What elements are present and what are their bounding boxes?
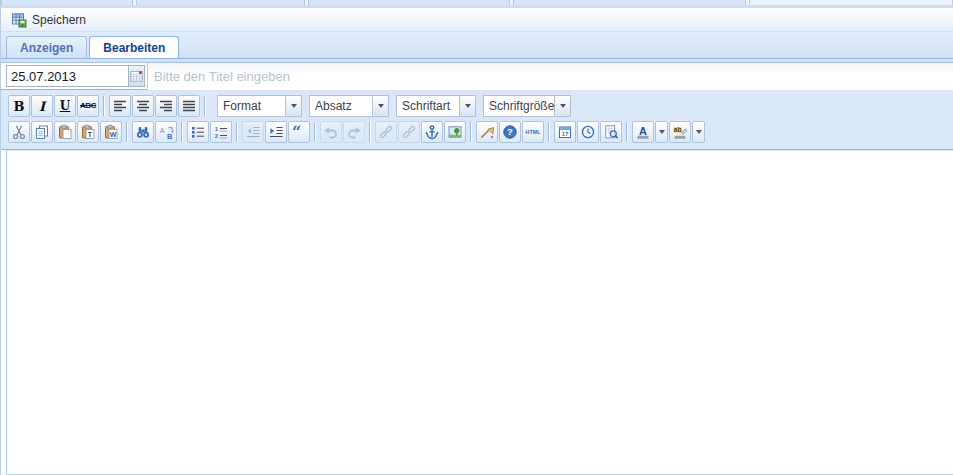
replace-button[interactable]: AB bbox=[155, 121, 177, 143]
find-button[interactable] bbox=[132, 121, 154, 143]
calendar-icon bbox=[129, 68, 144, 84]
help-button[interactable]: ? bbox=[499, 121, 521, 143]
preview-button[interactable] bbox=[600, 121, 622, 143]
svg-text:T: T bbox=[88, 131, 93, 138]
unlink-icon bbox=[401, 124, 417, 140]
insert-date-button[interactable]: 17 bbox=[554, 121, 576, 143]
align-center-button[interactable] bbox=[132, 95, 154, 117]
chevron-down-icon bbox=[659, 130, 665, 134]
cleanup-button[interactable] bbox=[476, 121, 498, 143]
toolbar-separator bbox=[314, 122, 316, 142]
image-icon bbox=[447, 124, 463, 140]
highlight-color-button[interactable]: ab bbox=[669, 121, 691, 143]
editor-content-area[interactable] bbox=[6, 150, 953, 475]
editor-toolbar: BIUABC Format Absatz Schriftart Schriftg… bbox=[1, 90, 953, 150]
paste-button[interactable] bbox=[54, 121, 76, 143]
align-justify-icon bbox=[181, 98, 197, 114]
italic-button[interactable]: I bbox=[31, 95, 53, 117]
chevron-down-icon[interactable] bbox=[286, 95, 302, 117]
paragraph-select[interactable]: Absatz bbox=[309, 95, 389, 117]
format-select-value: Format bbox=[217, 95, 286, 117]
redo-button bbox=[343, 121, 365, 143]
toolbar-row-formatting: BIUABC Format Absatz Schriftart Schriftg… bbox=[8, 93, 949, 119]
toolbar-separator bbox=[204, 96, 206, 116]
save-button[interactable]: Speichern bbox=[5, 10, 92, 30]
preview-icon bbox=[603, 124, 619, 140]
toolbar-separator bbox=[626, 122, 628, 142]
html-button[interactable]: HTML bbox=[522, 121, 544, 143]
format-select[interactable]: Format bbox=[217, 95, 302, 117]
title-input[interactable] bbox=[147, 63, 953, 90]
text-color-dropdown-arrow[interactable] bbox=[655, 121, 668, 143]
html-icon: HTML bbox=[525, 124, 541, 140]
font-size-select[interactable]: Schriftgröße bbox=[483, 95, 571, 117]
cleanup-icon bbox=[479, 124, 495, 140]
svg-text:A: A bbox=[639, 125, 647, 137]
help-icon: ? bbox=[502, 124, 518, 140]
align-right-icon bbox=[158, 98, 174, 114]
outdent-icon bbox=[245, 124, 261, 140]
svg-text:1: 1 bbox=[215, 126, 219, 132]
save-toolbar: Speichern bbox=[1, 8, 953, 32]
link-icon bbox=[378, 124, 394, 140]
svg-text:“: “ bbox=[292, 124, 301, 140]
toolbar-separator bbox=[236, 122, 238, 142]
undo-button bbox=[320, 121, 342, 143]
svg-text:HTML: HTML bbox=[526, 129, 541, 135]
date-input[interactable] bbox=[6, 65, 128, 87]
title-row bbox=[1, 63, 953, 90]
blockquote-button[interactable]: “ bbox=[288, 121, 310, 143]
copy-button[interactable] bbox=[31, 121, 53, 143]
align-justify-button[interactable] bbox=[178, 95, 200, 117]
anchor-button[interactable] bbox=[421, 121, 443, 143]
image-button[interactable] bbox=[444, 121, 466, 143]
link-button bbox=[375, 121, 397, 143]
text-color-button[interactable]: A bbox=[632, 121, 654, 143]
font-family-select[interactable]: Schriftart bbox=[396, 95, 476, 117]
ordered-list-button[interactable]: 12 bbox=[210, 121, 232, 143]
svg-text:W: W bbox=[110, 131, 117, 138]
save-button-label: Speichern bbox=[32, 13, 86, 27]
cut-button[interactable] bbox=[8, 121, 30, 143]
text-color-icon: A bbox=[635, 124, 651, 140]
view-edit-tabbar: Anzeigen Bearbeiten bbox=[1, 32, 953, 58]
find-icon bbox=[135, 124, 151, 140]
paste-word-icon: W bbox=[103, 124, 119, 140]
cut-icon bbox=[11, 124, 27, 140]
toolbar-separator bbox=[126, 122, 128, 142]
unordered-list-button[interactable] bbox=[187, 121, 209, 143]
align-right-button[interactable] bbox=[155, 95, 177, 117]
underline-icon: U bbox=[60, 100, 70, 112]
strikethrough-button[interactable]: ABC bbox=[77, 95, 99, 117]
replace-icon: AB bbox=[158, 124, 174, 140]
chevron-down-icon[interactable] bbox=[555, 95, 571, 117]
paste-icon bbox=[57, 124, 73, 140]
paragraph-select-value: Absatz bbox=[309, 95, 373, 117]
calendar-trigger-button[interactable] bbox=[128, 65, 145, 87]
bold-button[interactable]: B bbox=[8, 95, 30, 117]
paste-word-button[interactable]: W bbox=[100, 121, 122, 143]
undo-icon bbox=[323, 124, 339, 140]
tab-anzeigen[interactable]: Anzeigen bbox=[6, 36, 87, 58]
font-size-select-value: Schriftgröße bbox=[483, 95, 555, 117]
highlight-color-dropdown-arrow[interactable] bbox=[692, 121, 705, 143]
unordered-list-icon bbox=[190, 124, 206, 140]
insert-date-icon: 17 bbox=[557, 124, 573, 140]
chevron-down-icon[interactable] bbox=[373, 95, 389, 117]
tab-anzeigen-label: Anzeigen bbox=[20, 41, 73, 55]
strikethrough-icon: ABC bbox=[80, 102, 96, 110]
unlink-button bbox=[398, 121, 420, 143]
paste-text-button[interactable]: T bbox=[77, 121, 99, 143]
tab-bearbeiten[interactable]: Bearbeiten bbox=[89, 36, 179, 58]
svg-text:B: B bbox=[167, 132, 173, 141]
align-left-button[interactable] bbox=[109, 95, 131, 117]
chevron-down-icon[interactable] bbox=[460, 95, 476, 117]
underline-button[interactable]: U bbox=[54, 95, 76, 117]
insert-time-button[interactable] bbox=[577, 121, 599, 143]
ordered-list-icon: 12 bbox=[213, 124, 229, 140]
redo-icon bbox=[346, 124, 362, 140]
toolbar-separator bbox=[548, 122, 550, 142]
svg-text:17: 17 bbox=[562, 130, 569, 137]
chevron-down-icon bbox=[696, 130, 702, 134]
indent-button[interactable] bbox=[265, 121, 287, 143]
